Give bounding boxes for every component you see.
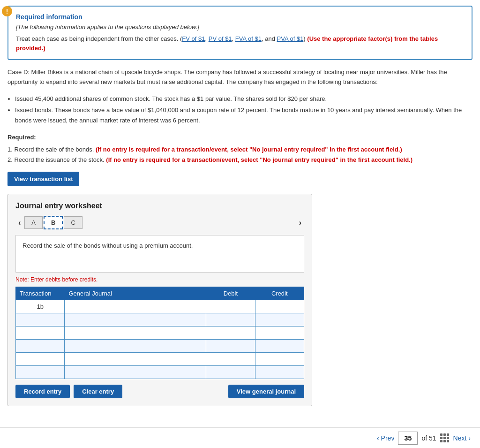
- col-general-journal: General Journal: [65, 287, 206, 300]
- table-row: [16, 327, 304, 340]
- exclamation-icon: !: [2, 6, 12, 16]
- credit-field-4[interactable]: [255, 340, 304, 352]
- journal-input-3[interactable]: [65, 327, 206, 340]
- credit-field-2[interactable]: [255, 313, 304, 326]
- bullet-item-2: Issued bonds. These bonds have a face va…: [15, 105, 472, 126]
- note-text: Note: Enter debits before credits.: [15, 276, 304, 283]
- credit-input-5[interactable]: [255, 353, 304, 366]
- fv-link[interactable]: FV of $1: [182, 35, 205, 42]
- next-button[interactable]: Next ›: [453, 434, 471, 442]
- journal-field-4[interactable]: [65, 340, 206, 352]
- debit-input-5[interactable]: [206, 353, 255, 366]
- required-item-2: 2. Record the issuance of the stock. (If…: [8, 155, 472, 165]
- case-description: Case D: Miller Bikes is a national chain…: [8, 68, 472, 87]
- journal-field-1[interactable]: [65, 300, 206, 313]
- tab-b[interactable]: B: [44, 216, 63, 229]
- debit-input-6[interactable]: [206, 366, 255, 379]
- col-transaction: Transaction: [16, 287, 65, 300]
- credit-field-1[interactable]: [255, 300, 304, 313]
- required-title: Required:: [8, 132, 472, 143]
- trans-3: [16, 327, 65, 340]
- table-row: [16, 340, 304, 353]
- req-1-number: 1.: [8, 146, 13, 153]
- page-number-input[interactable]: [398, 432, 418, 445]
- journal-input-1[interactable]: [65, 300, 206, 313]
- trans-6: [16, 366, 65, 379]
- table-row: [16, 353, 304, 366]
- view-general-journal-button[interactable]: View general journal: [228, 385, 304, 398]
- debit-input-1[interactable]: [206, 300, 255, 313]
- journal-field-5[interactable]: [65, 353, 206, 365]
- next-label[interactable]: Next: [453, 434, 467, 442]
- tab-prev-arrow[interactable]: ‹: [15, 217, 23, 229]
- table-row: [16, 366, 304, 379]
- grid-view-icon[interactable]: [440, 433, 450, 443]
- table-row: 1b: [16, 300, 304, 313]
- journal-input-5[interactable]: [65, 353, 206, 366]
- pv-link[interactable]: PV of $1: [209, 35, 232, 42]
- req-1-bold: (If no entry is required for a transacti…: [96, 146, 402, 153]
- record-entry-button[interactable]: Record entry: [15, 385, 70, 398]
- prev-button[interactable]: ‹ Prev: [377, 434, 394, 442]
- req-2-bold: (If no entry is required for a transacti…: [106, 156, 412, 163]
- journal-input-4[interactable]: [65, 340, 206, 353]
- worksheet-title: Journal entry worksheet: [15, 202, 304, 210]
- view-transaction-list-button[interactable]: View transaction list: [8, 172, 79, 186]
- journal-worksheet: Journal entry worksheet ‹ A B C › Record…: [8, 194, 312, 406]
- req-2-text: Record the issuance of the stock.: [14, 156, 106, 163]
- credit-field-6[interactable]: [255, 366, 304, 379]
- tab-c[interactable]: C: [64, 216, 82, 229]
- col-debit: Debit: [206, 287, 255, 300]
- required-item-1: 1. Record the sale of the bonds. (If no …: [8, 144, 472, 155]
- col-credit: Credit: [255, 287, 304, 300]
- credit-input-4[interactable]: [255, 340, 304, 353]
- bottom-nav: ‹ Prev of 51 Next ›: [0, 427, 480, 448]
- treat-text: Treat each case as being independent fro…: [16, 34, 464, 53]
- next-chevron-icon: ›: [468, 434, 471, 442]
- credit-input-3[interactable]: [255, 327, 304, 340]
- bullet-list: Issued 45,400 additional shares of commo…: [15, 94, 472, 126]
- journal-table: Transaction General Journal Debit Credit…: [15, 287, 304, 379]
- debit-field-2[interactable]: [206, 313, 255, 326]
- journal-field-3[interactable]: [65, 327, 206, 339]
- debit-field-4[interactable]: [206, 340, 255, 352]
- credit-input-2[interactable]: [255, 313, 304, 327]
- req-1-text: Record the sale of the bonds.: [14, 146, 95, 153]
- prev-chevron-icon: ‹: [377, 434, 379, 442]
- debit-input-3[interactable]: [206, 327, 255, 340]
- debit-field-3[interactable]: [206, 327, 255, 339]
- journal-input-2[interactable]: [65, 313, 206, 327]
- bullet-item-1: Issued 45,400 additional shares of commo…: [15, 94, 472, 104]
- trans-4: [16, 340, 65, 353]
- journal-field-6[interactable]: [65, 366, 206, 379]
- debit-field-6[interactable]: [206, 366, 255, 379]
- pva-link[interactable]: PVA of $1: [277, 35, 304, 42]
- fva-link[interactable]: FVA of $1: [235, 35, 262, 42]
- trans-5: [16, 353, 65, 366]
- table-row: [16, 313, 304, 327]
- debit-input-4[interactable]: [206, 340, 255, 353]
- trans-2: [16, 313, 65, 327]
- debit-field-5[interactable]: [206, 353, 255, 365]
- credit-input-6[interactable]: [255, 366, 304, 379]
- bottom-buttons: Record entry Clear entry View general jo…: [15, 385, 304, 398]
- tab-next-arrow[interactable]: ›: [296, 217, 304, 229]
- required-section: Required: 1. Record the sale of the bond…: [8, 132, 472, 165]
- journal-input-6[interactable]: [65, 366, 206, 379]
- debit-field-1[interactable]: [206, 300, 255, 313]
- journal-field-2[interactable]: [65, 313, 206, 326]
- tab-a[interactable]: A: [24, 216, 43, 229]
- credit-field-5[interactable]: [255, 353, 304, 365]
- instruction-box: Record the sale of the bonds without usi…: [15, 235, 304, 273]
- total-pages: of 51: [421, 434, 436, 442]
- required-info-title: Required information: [16, 13, 464, 21]
- tabs-row: ‹ A B C ›: [15, 216, 304, 229]
- credit-input-1[interactable]: [255, 300, 304, 313]
- trans-1b: 1b: [16, 300, 65, 313]
- required-info-subtitle: [The following information applies to th…: [16, 23, 464, 30]
- req-2-number: 2.: [8, 156, 13, 163]
- debit-input-2[interactable]: [206, 313, 255, 327]
- prev-label[interactable]: Prev: [381, 434, 395, 442]
- clear-entry-button[interactable]: Clear entry: [74, 385, 122, 398]
- credit-field-3[interactable]: [255, 327, 304, 339]
